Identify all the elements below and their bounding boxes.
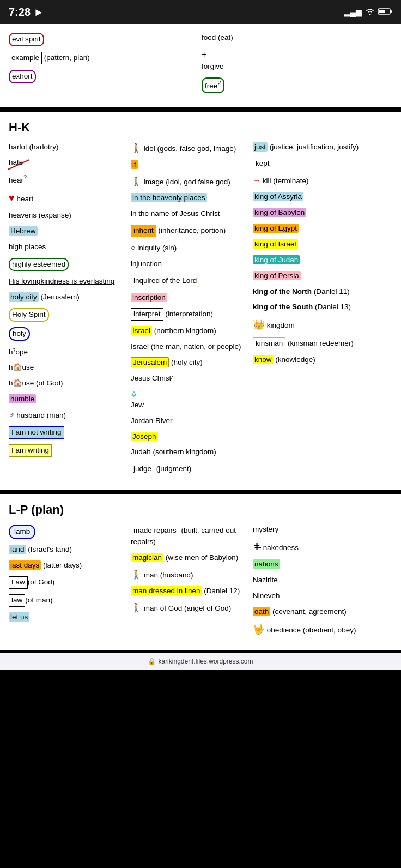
man-of-god-icon: 🚶 [131, 603, 142, 612]
mystery-label: mystery [253, 525, 278, 533]
obedience-icon: 🤟 [253, 624, 265, 635]
term-inscription: inscription [131, 293, 251, 303]
term-husband: ♂ husband (man) [9, 410, 129, 421]
harlot-label: harlot (harlotry) [9, 143, 59, 151]
lamb-label: lamb [9, 525, 35, 539]
just-sub: (justice, justification, justify) [268, 143, 359, 151]
term-iniquity: ○ iniquity (sin) [131, 243, 251, 254]
know-sub: (knowledge) [274, 355, 315, 364]
man-icon: 🚶 [131, 570, 142, 579]
lp-header: L-P (plan) [9, 503, 392, 517]
term-just: just (justice, justification, justify) [253, 142, 394, 153]
term-house-of-god: h🏠use (of God) [9, 378, 129, 389]
holy-city-label: holy city [9, 292, 39, 302]
nineveh-label: Nineveh [253, 592, 280, 600]
king-persia-label: king of Persia [253, 271, 301, 280]
nazarite-label: Nazirite [253, 576, 278, 584]
term-inherit: inherit (inheritance, portion) [131, 225, 251, 237]
inscription-label: inscription [131, 293, 167, 302]
term-jew: ✡ Jew [131, 389, 251, 411]
man-label: man (husband) [142, 571, 193, 579]
example-sub: (pattern, plan) [42, 53, 90, 62]
lp-section: L-P (plan) lamb land (Israel's land) las… [0, 494, 401, 650]
jordan-river-label: Jordan River [131, 417, 173, 425]
king-judah-label: king of Judah [253, 255, 300, 264]
term-inquired-lord: inquired of the Lord [131, 275, 251, 287]
joseph-label: Joseph [131, 432, 158, 441]
hk-col2: 🚶 idol (gods, false god, image) if 🚶 ima… [131, 142, 251, 481]
term-i-am-writing: I am writing [9, 444, 129, 457]
term-obedience: 🤟 obedience (obedient, obey) [253, 623, 394, 636]
jerusalem-label: Jerusalem [131, 357, 169, 367]
term-hope: h?ope [9, 346, 129, 357]
high-places-label: high places [9, 243, 46, 251]
hear-label: hear [9, 176, 23, 184]
man-dressed-linen-label: man dressed in linen [131, 586, 202, 595]
kill-icon: → [253, 176, 260, 185]
term-know: know (knowledge) [253, 355, 394, 365]
his-lovingkindness-label: His lovingkindness is everlasting [9, 277, 114, 285]
free-label: free2 [202, 77, 224, 93]
top-col2: food (eat) + forgive free2 [202, 33, 392, 99]
home-indicator[interactable] [168, 673, 233, 675]
hk-section: H-K harlot (harlotry) hate hear? ♥ he [0, 112, 401, 490]
battery-icon [378, 8, 392, 17]
term-heavens: heavens (expanse) [9, 210, 129, 221]
image-label: image (idol, god false god) [142, 178, 230, 186]
lock-icon: 🔒 [148, 658, 156, 665]
law-god-label: Law [9, 576, 28, 589]
top-col1: evil spirit example (pattern, plan) exho… [9, 33, 199, 89]
jew-label: Jew [131, 401, 144, 409]
status-icons: ▂▄▆ [344, 8, 392, 17]
term-king-babylon: king of Babylon [253, 208, 394, 218]
made-repairs-label: made repairs [131, 525, 179, 537]
just-label: just [253, 142, 268, 152]
lp-col3: mystery ✝̶ nakedness nations Nazirite Ni… [253, 525, 394, 642]
term-in-heavenly: in the heavenly places [131, 193, 251, 203]
term-if: if [131, 160, 251, 170]
hk-grid: harlot (harlotry) hate hear? ♥ heart hea… [9, 142, 392, 481]
term-oath: oath (covenant, agreement) [253, 607, 394, 617]
hk-col1: harlot (harlotry) hate hear? ♥ heart hea… [9, 142, 129, 462]
term-land: land (Israel's land) [9, 545, 129, 555]
i-am-writing-label: I am writing [9, 444, 52, 457]
term-his-lovingkindness: His lovingkindness is everlasting [9, 276, 129, 287]
jerusalem-sub: (holy city) [169, 358, 203, 366]
last-days-label: last days [9, 560, 41, 570]
obedience-sub: (obedient, obey) [301, 626, 356, 634]
term-magician: magician (wise men of Babylon) [131, 553, 251, 563]
lp-col1: lamb land (Israel's land) last days (lat… [9, 525, 129, 628]
term-injunction: injunction [131, 259, 251, 269]
land-sub: (Israel's land) [26, 545, 72, 553]
forgive-label: forgive [202, 62, 224, 70]
term-house: h🏠use [9, 363, 129, 373]
in-name-jesus-label: in the name of Jesus Christ [131, 209, 220, 218]
land-label: land [9, 545, 26, 554]
hate-label: hate [9, 158, 23, 168]
evil-spirit-label: evil spirit [9, 33, 44, 46]
term-food: food (eat) [202, 33, 392, 43]
url-text[interactable]: karikingdent.files.wordpress.com [158, 658, 253, 665]
injunction-label: injunction [131, 260, 162, 268]
example-label: example [9, 52, 42, 64]
term-harlot: harlot (harlotry) [9, 142, 129, 153]
lp-col2: made repairs (built, carried out repairs… [131, 525, 251, 619]
term-king-assyria: king of Assyria [253, 192, 394, 202]
kept-label: kept [253, 158, 272, 170]
hear-sup: ? [23, 174, 27, 180]
iniquity-label: iniquity (sin) [135, 244, 177, 252]
hebrew-label: Hebrew [9, 226, 38, 236]
law-god-sub: (of God) [28, 578, 55, 586]
nakedness-icon: ✝̶ [253, 541, 261, 552]
crown-icon: 👑 [253, 319, 265, 330]
king-north-label: king of the North [253, 287, 312, 296]
hk-col3: just (justice, justification, justify) k… [253, 142, 394, 371]
term-holy-spirit: Holy Spirit [9, 308, 129, 322]
jesus-christ-label: Jesus Christ [131, 374, 171, 382]
magician-label: magician [131, 553, 163, 562]
inquired-lord-label: inquired of the Lord [131, 275, 199, 287]
king-south-label: king of the South [253, 303, 313, 311]
term-last-days: last days (latter days) [9, 560, 129, 571]
term-jordan-river: Jordan River [131, 416, 251, 426]
idol-icon: 🚶 [131, 143, 142, 153]
